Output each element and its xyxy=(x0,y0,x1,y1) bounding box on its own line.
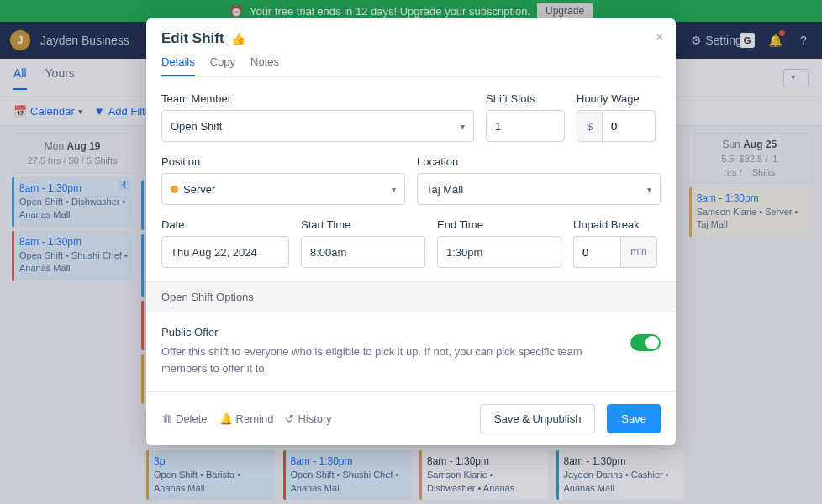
public-offer-toggle[interactable] xyxy=(630,334,661,351)
edit-shift-modal: Edit Shift 👍 × Details Copy Notes Team M… xyxy=(146,18,676,445)
end-time-input[interactable]: 1:30pm xyxy=(437,236,561,268)
start-time-label: Start Time xyxy=(301,218,425,231)
public-offer-desc: Offer this shift to everyone who is elig… xyxy=(161,344,617,376)
shift-slots-input[interactable]: 1 xyxy=(486,110,565,142)
remind-button[interactable]: 🔔Remind xyxy=(219,412,274,425)
thumbs-up-icon: 👍 xyxy=(231,32,245,45)
shift-slots-label: Shift Slots xyxy=(486,92,565,105)
location-label: Location xyxy=(417,155,661,168)
wage-input[interactable] xyxy=(602,110,656,142)
break-unit: min xyxy=(620,236,657,268)
position-select[interactable]: Server ▾ xyxy=(161,173,405,205)
close-icon[interactable]: × xyxy=(655,29,664,46)
date-label: Date xyxy=(161,218,289,231)
save-unpublish-button[interactable]: Save & Unpublish xyxy=(480,404,595,433)
tab-copy[interactable]: Copy xyxy=(210,55,235,76)
unpaid-break-input[interactable] xyxy=(573,236,620,268)
history-button[interactable]: ↺History xyxy=(285,412,331,425)
chevron-down-icon: ▾ xyxy=(461,122,465,131)
team-member-label: Team Member xyxy=(161,92,474,105)
position-label: Position xyxy=(161,155,405,168)
history-icon: ↺ xyxy=(285,412,294,425)
location-select[interactable]: Taj Mall▾ xyxy=(417,173,661,205)
team-member-select[interactable]: Open Shift▾ xyxy=(161,110,474,142)
modal-title: Edit Shift 👍 xyxy=(161,30,661,47)
tab-details[interactable]: Details xyxy=(161,55,195,76)
start-time-input[interactable]: 8:00am xyxy=(301,236,425,268)
modal-overlay: Edit Shift 👍 × Details Copy Notes Team M… xyxy=(0,0,822,504)
end-time-label: End Time xyxy=(437,218,561,231)
public-offer-title: Public Offer xyxy=(161,326,617,339)
delete-button[interactable]: 🗑Delete xyxy=(161,412,208,425)
bell-icon: 🔔 xyxy=(219,412,233,425)
unpaid-break-label: Unpaid Break xyxy=(573,218,661,231)
currency-prefix: $ xyxy=(577,110,602,142)
open-shift-options-header: Open Shift Options xyxy=(146,281,676,312)
trash-icon: 🗑 xyxy=(161,412,172,425)
date-input[interactable]: Thu Aug 22, 2024 xyxy=(161,236,289,268)
chevron-down-icon: ▾ xyxy=(392,185,396,194)
chevron-down-icon: ▾ xyxy=(647,185,651,194)
tab-notes[interactable]: Notes xyxy=(250,55,279,76)
save-button[interactable]: Save xyxy=(607,404,661,433)
position-color-dot xyxy=(171,186,178,193)
hourly-wage-label: Hourly Wage xyxy=(577,92,661,105)
